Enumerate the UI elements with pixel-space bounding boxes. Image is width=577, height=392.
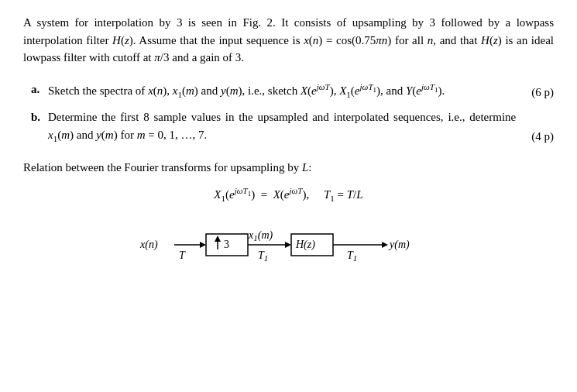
ym-label: y(m) (388, 239, 410, 251)
T1-mid-label: T1 (258, 249, 268, 263)
formula-block: X1(ejωT1) = X(ejωT), T1 = T/L (23, 184, 554, 205)
hz-label: H(z) (295, 239, 315, 251)
part-a-label: a. (31, 81, 48, 98)
intro-paragraph: A system for interpolation by 3 is seen … (23, 14, 554, 67)
arrowhead-mid (285, 242, 291, 248)
T-label: T (179, 249, 186, 261)
part-b-points: (4 p) (531, 128, 554, 146)
arrowhead-in (200, 242, 206, 248)
relation-section: Relation between the Fourier transforms … (23, 159, 554, 205)
part-a-text: Sketch the spectra of x(n), x1(m) and y(… (48, 81, 516, 101)
T1-out-label: T1 (347, 249, 357, 263)
part-b-text: Determine the first 8 sample values in t… (48, 108, 516, 145)
x1m-label: x1(m) (248, 229, 273, 242)
and-text: and (172, 51, 189, 64)
diagram-svg: x(n) T 3 x1(m) T1 H(z) (134, 218, 444, 288)
part-a-content: Sketch the spectra of x(n), x1(m) and y(… (48, 81, 554, 101)
part-a-points: (6 p) (531, 84, 554, 101)
cutoff-text: with cutoff at (89, 51, 152, 64)
part-b-label: b. (31, 108, 48, 126)
upsample-value: 3 (224, 239, 229, 250)
relation-heading: Relation between the Fourier transforms … (23, 159, 554, 177)
part-b-content: Determine the first 8 sample values in t… (48, 108, 554, 145)
block-diagram: x(n) T 3 x1(m) T1 H(z) (23, 218, 554, 288)
arrowhead-out (382, 242, 388, 248)
part-b: b. Determine the first 8 sample values i… (31, 108, 554, 145)
part-a: a. Sketch the spectra of x(n), x1(m) and… (31, 81, 554, 101)
page: A system for interpolation by 3 is seen … (0, 0, 577, 302)
parts-section: a. Sketch the spectra of x(n), x1(m) and… (31, 81, 554, 146)
xn-label: x(n) (139, 239, 158, 251)
